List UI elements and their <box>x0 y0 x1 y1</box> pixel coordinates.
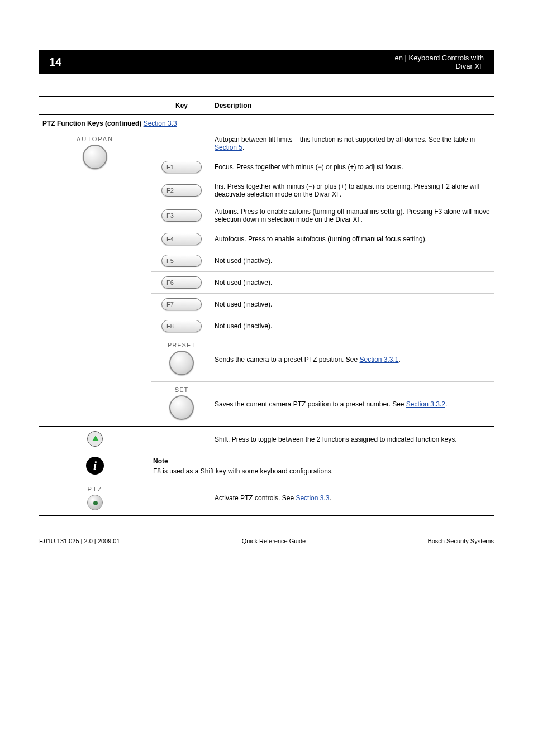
col-header-blank <box>39 97 151 115</box>
f1-desc: Focus. Press together with minus (−) or … <box>212 156 494 178</box>
preset-link[interactable]: Section 3.3.1 <box>359 356 398 363</box>
ptz-link[interactable]: Section 3.3 <box>296 494 329 502</box>
f4-key-icon: F4 <box>161 233 202 245</box>
autopan-row: AUTOPAN Autopan between tilt limits – th… <box>39 131 494 427</box>
set-link[interactable]: Section 3.3.2 <box>406 400 445 408</box>
f6-row: F6 Not used (inactive). <box>151 272 494 294</box>
f4-desc: Autofocus. Press to enable autofocus (tu… <box>212 228 494 250</box>
note-heading: Note <box>153 457 492 466</box>
table-header-row: Key Description <box>39 97 494 115</box>
preset-label: PRESET <box>153 342 210 348</box>
footer-rule <box>39 533 494 533</box>
set-label: SET <box>153 386 210 393</box>
ptz-button-icon <box>87 495 103 510</box>
ptz-label: PTZ <box>41 486 149 492</box>
f1-row: F1 Focus. Press together with minus (−) … <box>151 156 494 178</box>
f3-row: F3 Autoiris. Press to enable autoiris (t… <box>151 203 494 228</box>
ptz-row: PTZ Activate PTZ controls. See Section 3… <box>39 481 494 515</box>
page-footer: F.01U.131.025 | 2.0 | 2009.01 Quick Refe… <box>39 538 494 544</box>
preset-row: PRESET Sends the camera to a preset PTZ … <box>151 337 494 382</box>
col-header-desc: Description <box>212 97 494 115</box>
preset-button-icon <box>169 351 194 375</box>
set-desc-pre: Saves the current camera PTZ position to… <box>215 400 406 408</box>
ptz-led-icon <box>93 501 98 505</box>
f8-key-icon: F8 <box>161 320 202 332</box>
set-button-icon <box>169 395 194 420</box>
f8-row: F8 Not used (inactive). <box>151 315 494 337</box>
ptz-desc-pre: Activate PTZ controls. See <box>215 494 296 502</box>
f6-key-icon: F6 <box>161 276 202 289</box>
footer-left: F.01U.131.025 | 2.0 | 2009.01 <box>39 538 120 544</box>
col-header-key: Key <box>151 97 212 115</box>
page-number: 14 <box>49 56 395 69</box>
f5-row: F5 Not used (inactive). <box>151 250 494 272</box>
header-right-line2: Divar XF <box>395 62 484 70</box>
f8-note-row: i Note F8 is used as a Shift key with so… <box>39 452 494 481</box>
f8-desc: Not used (inactive). <box>212 315 494 337</box>
ptz-desc-post: . <box>329 494 331 502</box>
ptz-function-table: Key Description PTZ Function Keys (conti… <box>39 96 494 516</box>
f5-key-icon: F5 <box>161 255 202 267</box>
page-header-bar: 14 en | Keyboard Controls with Divar XF <box>39 50 494 74</box>
autopan-desc-text: Autopan between tilt limits – this funct… <box>215 136 475 143</box>
f2-row: F2 Iris. Press together with minus (−) o… <box>151 178 494 203</box>
f3-key-icon: F3 <box>161 209 202 222</box>
section-ptz-title: PTZ Function Keys (continued) <box>42 119 141 127</box>
f2-key-icon: F2 <box>161 184 202 197</box>
info-icon: i <box>86 457 104 475</box>
preset-desc-post: . <box>399 356 401 363</box>
f5-desc: Not used (inactive). <box>212 250 494 272</box>
f2-desc: Iris. Press together with minus (−) or p… <box>212 178 494 203</box>
header-right: en | Keyboard Controls with Divar XF <box>395 54 484 70</box>
set-desc-post: . <box>445 400 447 408</box>
header-right-line1: en | Keyboard Controls with <box>395 54 484 62</box>
footer-right: Bosch Security Systems <box>427 538 494 544</box>
shift-desc: Shift. Press to toggle between the 2 fun… <box>212 427 494 452</box>
autopan-desc-row: Autopan between tilt limits – this funct… <box>151 131 494 156</box>
f4-row: F4 Autofocus. Press to enable autofocus … <box>151 228 494 250</box>
preset-desc-pre: Sends the camera to a preset PTZ positio… <box>215 356 359 363</box>
set-row: SET Saves the current camera PTZ positio… <box>151 382 494 427</box>
f7-key-icon: F7 <box>161 298 202 310</box>
f7-row: F7 Not used (inactive). <box>151 294 494 315</box>
shift-up-arrow-icon <box>87 431 103 447</box>
f1-key-icon: F1 <box>161 161 202 173</box>
f3-desc: Autoiris. Press to enable autoiris (turn… <box>212 203 494 228</box>
autopan-subtable: Autopan between tilt limits – this funct… <box>151 131 494 426</box>
autopan-desc-link[interactable]: Section 5 <box>215 143 242 151</box>
section-ptz-heading-row: PTZ Function Keys (continued) Section 3.… <box>39 115 494 131</box>
note-text: F8 is used as a Shift key with some keyb… <box>153 467 492 476</box>
autopan-key-label: AUTOPAN <box>41 136 149 142</box>
section-ptz-link[interactable]: Section 3.3 <box>144 119 177 127</box>
shift-row: Shift. Press to toggle between the 2 fun… <box>39 427 494 452</box>
autopan-button-icon <box>83 145 107 169</box>
f7-desc: Not used (inactive). <box>212 294 494 315</box>
f6-desc: Not used (inactive). <box>212 272 494 294</box>
footer-center: Quick Reference Guide <box>242 538 306 544</box>
